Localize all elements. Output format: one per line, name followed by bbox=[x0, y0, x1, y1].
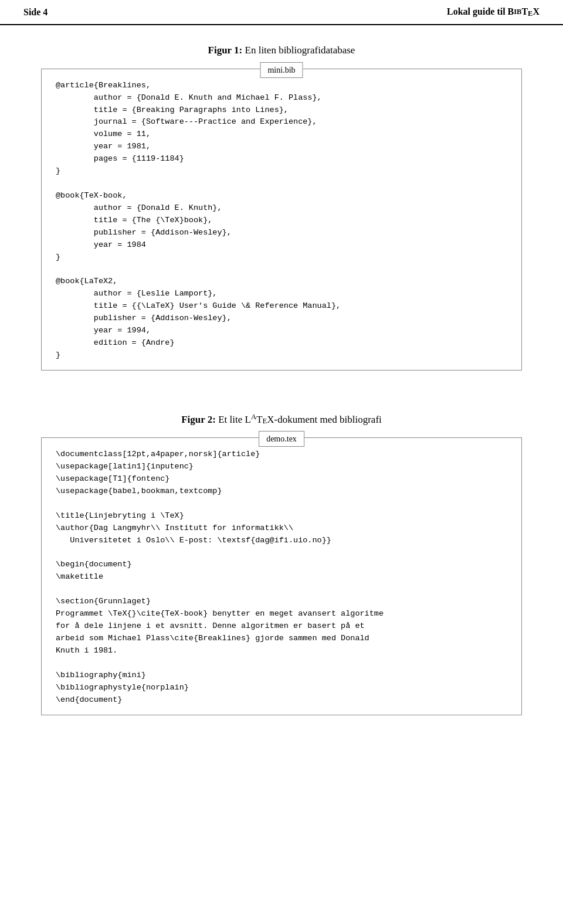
figure2-code-box: demo.tex \documentclass[12pt,a4paper,nor… bbox=[41, 437, 522, 715]
figure2-title: Figur 2: Et lite LATEX-dokument med bibl… bbox=[32, 412, 531, 427]
page-number: Side 4 bbox=[23, 5, 48, 19]
figure2-title-text: Et lite LATEX-dokument med bibliografi bbox=[218, 414, 382, 425]
figure1-title-text: En liten bibliografidatabase bbox=[245, 45, 355, 56]
page-title: Lokal guide til BIBTEX bbox=[447, 5, 540, 19]
figure1-title-prefix: Figur 1: bbox=[208, 45, 243, 56]
figure1-title: Figur 1: En liten bibliografidatabase bbox=[32, 43, 531, 58]
section-gap bbox=[32, 388, 531, 412]
figure2-title-prefix: Figur 2: bbox=[181, 414, 216, 425]
figure1-file-label: mini.bib bbox=[260, 62, 303, 78]
figure2-file-label: demo.tex bbox=[259, 431, 304, 447]
figure1-code: @article{Breaklines, author = {Donald E.… bbox=[42, 69, 521, 370]
figure1-code-box: mini.bib @article{Breaklines, author = {… bbox=[41, 69, 522, 371]
page-header: Side 4 Lokal guide til BIBTEX bbox=[0, 0, 563, 25]
main-content: Figur 1: En liten bibliografidatabase mi… bbox=[0, 43, 563, 715]
figure2-code: \documentclass[12pt,a4paper,norsk]{artic… bbox=[42, 438, 521, 714]
page: Side 4 Lokal guide til BIBTEX Figur 1: E… bbox=[0, 0, 563, 924]
